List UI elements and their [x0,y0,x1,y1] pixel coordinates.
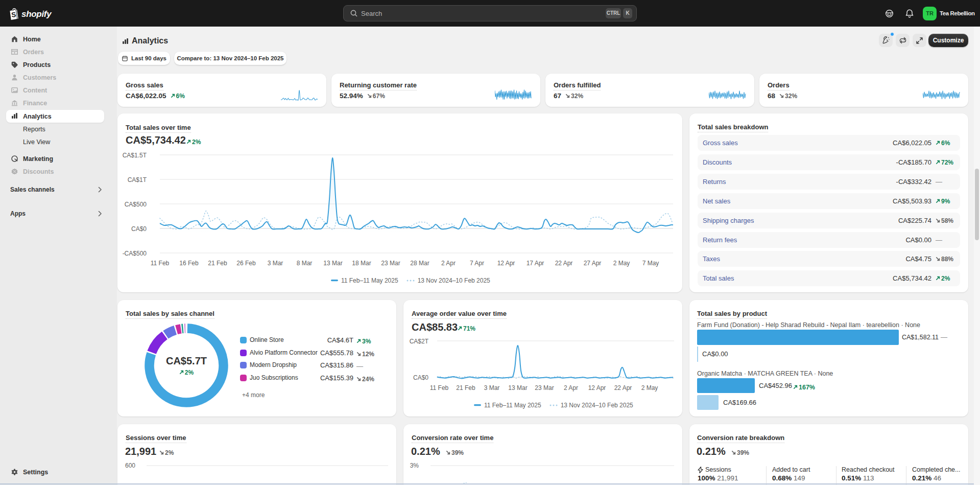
svg-text:S: S [11,11,17,19]
